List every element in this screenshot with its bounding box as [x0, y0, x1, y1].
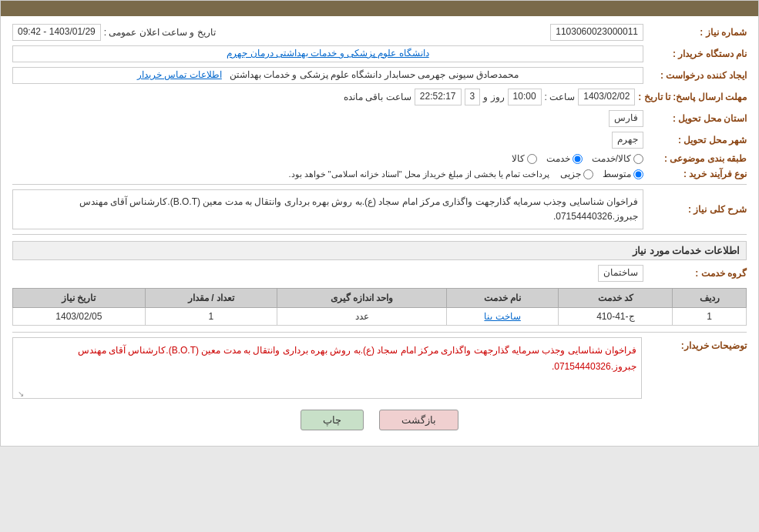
- description-value: فراخوان شناسایی وجذب سرمایه گذارجهت واگذ…: [12, 189, 643, 229]
- process-label: نوع فرآیند خرید :: [646, 169, 747, 179]
- buyer-org-row: نام دستگاه خریدار : دانشگاه علوم پزشکی و…: [12, 45, 747, 62]
- deadline-row: مهلت ارسال پاسخ: تا تاریخ : 1403/02/02 س…: [12, 89, 747, 105]
- process-note: پرداخت تمام یا بخشی از مبلغ خریداز محل "…: [288, 169, 549, 179]
- button-row: بازگشت چاپ: [12, 410, 747, 430]
- province-row: استان محل تحویل : فارس: [12, 110, 747, 127]
- col-header-qty: تعداد / مقدار: [145, 289, 277, 308]
- buyer-org-label: نام دستگاه خریدار :: [646, 49, 747, 59]
- need-number-row: شماره نیاز : 1103060023000011 تاریخ و سا…: [12, 24, 747, 41]
- creator-link[interactable]: اطلاعات تماس خریدار: [137, 69, 222, 80]
- category-label-kala-khedmat: کالا/خدمت: [592, 153, 631, 164]
- description-label: شرح کلی نیاز :: [646, 204, 747, 215]
- city-value: جهرم: [612, 132, 643, 149]
- category-radio-kala[interactable]: [527, 154, 537, 164]
- buyer-notes-label: توضیحات خریدار:: [646, 337, 747, 351]
- cell-unit: عدد: [277, 308, 447, 326]
- process-option-motavasset[interactable]: متوسط: [603, 169, 643, 179]
- cell-row-num: 1: [673, 308, 747, 326]
- col-header-row-num: ردیف: [673, 289, 747, 308]
- category-label-khedmat: خدمت: [546, 153, 570, 164]
- deadline-remaining: 22:52:17: [415, 89, 462, 105]
- service-group-label: گروه خدمت :: [646, 268, 747, 279]
- process-option-jozee[interactable]: جزیی: [560, 169, 593, 179]
- print-button[interactable]: چاپ: [301, 410, 364, 430]
- divider-2: [12, 234, 747, 235]
- category-radio-group: کالا/خدمت خدمت کالا: [512, 153, 643, 164]
- category-option-kala[interactable]: کالا: [512, 153, 537, 164]
- category-row: طبقه بندی موضوعی : کالا/خدمت خدمت کالا: [12, 153, 747, 164]
- creator-row: ایجاد کننده درخواست : محمدصادق سیونی جهر…: [12, 67, 747, 84]
- process-radio-jozee[interactable]: [583, 169, 593, 179]
- process-label-motavasset: متوسط: [603, 169, 631, 179]
- date-announce-label: تاریخ و ساعت اعلان عمومی :: [104, 27, 216, 38]
- cell-code: ج-41-410: [559, 308, 673, 326]
- creator-label: ایجاد کننده درخواست :: [646, 70, 747, 81]
- need-number-label: شماره نیاز :: [646, 27, 747, 38]
- buyer-notes-wrapper: توضیحات خریدار: فراخوان شناسایی وجذب سرم…: [12, 337, 747, 399]
- city-row: شهر محل تحویل : جهرم: [12, 132, 747, 149]
- category-option-khedmat[interactable]: خدمت: [546, 153, 583, 164]
- deadline-remaining-label: ساعت باقی مانده: [344, 92, 411, 102]
- deadline-days: 3: [465, 89, 481, 105]
- content-area: شماره نیاز : 1103060023000011 تاریخ و سا…: [1, 16, 758, 446]
- need-number-value: 1103060023000011: [550, 24, 643, 41]
- page-header: [1, 1, 758, 16]
- cell-name[interactable]: ساخت بنا: [446, 308, 559, 326]
- cell-qty: 1: [145, 308, 277, 326]
- divider-1: [12, 184, 747, 185]
- province-value: فارس: [609, 110, 643, 127]
- buyer-org-link[interactable]: دانشگاه علوم پزشکی و خدمات بهداشتی درمان…: [227, 48, 428, 59]
- city-label: شهر محل تحویل :: [646, 135, 747, 146]
- process-radio-motavasset[interactable]: [633, 169, 643, 179]
- service-group-value: ساختمان: [598, 265, 643, 282]
- category-radio-khedmat[interactable]: [573, 154, 583, 164]
- deadline-time-label: ساعت :: [545, 92, 576, 102]
- service-group-row: گروه خدمت : ساختمان: [12, 265, 747, 282]
- category-label: طبقه بندی موضوعی :: [646, 153, 747, 164]
- table-header-row: ردیف کد خدمت نام خدمت واحد اندازه گیری ت…: [13, 289, 747, 308]
- deadline-day-label: روز و: [483, 92, 504, 102]
- col-header-code: کد خدمت: [559, 289, 673, 308]
- category-option-kala-khedmat[interactable]: کالا/خدمت: [592, 153, 643, 164]
- col-header-name: نام خدمت: [446, 289, 559, 308]
- category-radio-kala-khedmat[interactable]: [633, 154, 643, 164]
- services-table: ردیف کد خدمت نام خدمت واحد اندازه گیری ت…: [12, 288, 747, 326]
- province-label: استان محل تحویل :: [646, 113, 747, 124]
- date-announce-value: 1403/01/29 - 09:42: [12, 24, 101, 41]
- deadline-label: مهلت ارسال پاسخ: تا تاریخ :: [638, 92, 747, 102]
- description-row: شرح کلی نیاز : فراخوان شناسایی وجذب سرما…: [12, 189, 747, 229]
- category-label-kala: کالا: [512, 153, 525, 164]
- services-section-header: اطلاعات خدمات مورد نیاز: [12, 241, 747, 260]
- buyer-notes-box: فراخوان شناسایی وجذب سرمایه گذارجهت واگذ…: [12, 337, 642, 399]
- resize-handle: ↘: [15, 387, 24, 396]
- process-row: نوع فرآیند خرید : متوسط جزیی پرداخت تمام…: [12, 169, 747, 179]
- deadline-time: 10:00: [508, 89, 542, 105]
- page-wrapper: شماره نیاز : 1103060023000011 تاریخ و سا…: [0, 0, 759, 447]
- back-button[interactable]: بازگشت: [379, 410, 458, 430]
- buyer-org-value: دانشگاه علوم پزشکی و خدمات بهداشتی درمان…: [12, 45, 643, 62]
- divider-3: [12, 332, 747, 333]
- table-row: 1 ج-41-410 ساخت بنا عدد 1 1403/02/05: [13, 308, 747, 326]
- creator-text: محمدصادق سیونی جهرمی حسابدار دانشگاه علو…: [230, 69, 519, 80]
- process-radio-group: متوسط جزیی: [560, 169, 643, 179]
- services-table-container: ردیف کد خدمت نام خدمت واحد اندازه گیری ت…: [12, 288, 747, 326]
- col-header-unit: واحد اندازه گیری: [277, 289, 447, 308]
- services-section-label: اطلاعات خدمات مورد نیاز: [633, 245, 740, 256]
- cell-date: 1403/02/05: [13, 308, 146, 326]
- process-label-jozee: جزیی: [560, 169, 581, 179]
- col-header-date: تاریخ نیاز: [13, 289, 146, 308]
- deadline-date: 1403/02/02: [578, 89, 635, 105]
- buyer-notes-text: فراخوان شناسایی وجذب سرمایه گذارجهت واگذ…: [78, 345, 636, 371]
- creator-value: محمدصادق سیونی جهرمی حسابدار دانشگاه علو…: [12, 67, 643, 84]
